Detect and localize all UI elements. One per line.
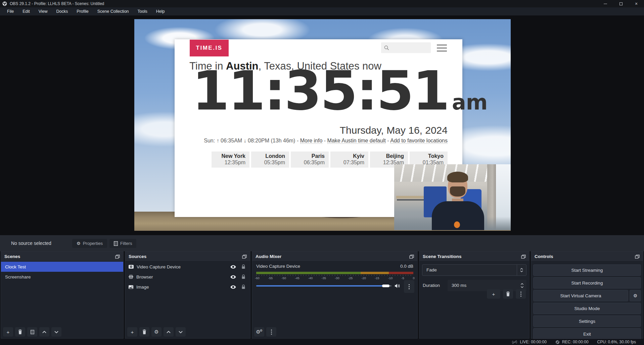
menu-tools[interactable]: Tools	[133, 7, 152, 15]
source-properties-button[interactable]: ⚙	[151, 327, 162, 337]
virtual-camera-settings-button[interactable]: ⚙	[630, 290, 641, 301]
audio-mixer-dock: Audio Mixer Video Capture Device 0.0 dB …	[252, 251, 418, 339]
meter-scale: -60-55-50-45-40-35-30-25-20-15-10-50	[255, 276, 415, 280]
obs-window: OBS 29.1.2 - Profile: LLHLS BETA - Scene…	[0, 0, 644, 345]
spin-up-icon	[520, 283, 524, 285]
preview-canvas[interactable]: TIME.IS Time in Austin, Texas, United St…	[134, 19, 511, 231]
popout-icon[interactable]	[115, 255, 120, 259]
menu-file[interactable]: File	[3, 7, 18, 15]
scenes-header: Scenes	[1, 252, 123, 262]
city-london[interactable]: London05:35pm	[251, 152, 289, 168]
menu-edit[interactable]: Edit	[18, 7, 34, 15]
source-toolbar: No source selected ⚙ Properties Filters	[0, 235, 644, 251]
add-favorite-link[interactable]: Add to favorite locations	[390, 138, 448, 144]
visibility-eye-icon[interactable]	[230, 275, 236, 279]
maximize-button[interactable]	[613, 0, 629, 7]
add-transition-button[interactable]: +	[487, 289, 500, 299]
live-status: LIVE: 00:00:00	[512, 340, 546, 344]
studio-mode-button[interactable]: Studio Mode	[533, 303, 641, 314]
sources-dock: Sources Video Capture Device Browser Ima…	[125, 251, 250, 339]
mixer-options-button[interactable]	[404, 280, 414, 293]
record-off-icon	[555, 340, 560, 344]
move-scene-down-button[interactable]	[51, 327, 61, 337]
volume-slider-handle[interactable]	[382, 285, 389, 287]
timeis-logo: TIME.IS	[190, 40, 229, 56]
popout-icon[interactable]	[409, 255, 414, 259]
lock-icon[interactable]	[241, 285, 245, 289]
source-row-image[interactable]: Image	[125, 282, 250, 292]
source-status-text: No source selected	[11, 235, 51, 251]
clock-time: 11:35:51	[192, 64, 449, 118]
timeis-clock: 11:35:51 am	[192, 64, 488, 118]
title-bar: OBS 29.1.2 - Profile: LLHLS BETA - Scene…	[0, 0, 644, 7]
chevron-updown-icon	[517, 265, 526, 275]
city-paris[interactable]: Paris06:35pm	[291, 152, 329, 168]
mixer-menu-button[interactable]	[266, 327, 276, 337]
more-info-link[interactable]: More info	[300, 138, 323, 144]
menu-view[interactable]: View	[34, 7, 52, 15]
controls-header: Controls	[531, 252, 643, 262]
transition-options-button[interactable]	[516, 289, 526, 299]
move-source-down-button[interactable]	[176, 327, 186, 337]
add-source-button[interactable]: +	[127, 327, 137, 337]
remove-transition-button[interactable]	[503, 289, 513, 299]
preview-area: TIME.IS Time in Austin, Texas, United St…	[0, 15, 644, 235]
scene-item-screenshare[interactable]: Screenshare	[1, 272, 123, 282]
clock-ampm: am	[452, 90, 488, 115]
popout-icon[interactable]	[635, 255, 640, 259]
filters-button[interactable]: Filters	[109, 239, 136, 248]
popout-icon[interactable]	[521, 255, 526, 259]
start-recording-button[interactable]: Start Recording	[533, 277, 641, 289]
advanced-audio-button[interactable]: ⚙⚙	[254, 327, 264, 337]
scene-item-clock-test[interactable]: Clock Test	[1, 262, 123, 272]
search-icon	[384, 45, 389, 51]
popout-icon[interactable]	[242, 255, 247, 259]
lock-icon[interactable]	[241, 264, 245, 269]
timeis-search-input[interactable]	[381, 42, 431, 53]
exit-button[interactable]: Exit	[533, 328, 641, 340]
audio-mixer-header: Audio Mixer	[252, 252, 417, 262]
image-icon	[129, 285, 133, 289]
minimize-icon	[604, 4, 607, 4]
start-virtual-camera-button[interactable]: Start Virtual Camera	[533, 290, 628, 301]
remove-scene-button[interactable]	[15, 327, 25, 337]
volume-meter	[256, 272, 413, 274]
city-kyiv[interactable]: Kyiv07:35pm	[330, 152, 368, 168]
controls-dock: Controls Start Streaming Start Recording…	[531, 251, 643, 339]
volume-slider[interactable]	[256, 285, 392, 287]
properties-button[interactable]: ⚙ Properties	[72, 239, 107, 248]
menu-help[interactable]: Help	[152, 7, 169, 15]
sources-header: Sources	[125, 252, 250, 262]
move-source-up-button[interactable]	[164, 327, 174, 337]
lock-icon[interactable]	[241, 274, 245, 279]
move-scene-up-button[interactable]	[39, 327, 49, 337]
source-row-video-capture[interactable]: Video Capture Device	[125, 262, 250, 272]
menu-docks[interactable]: Docks	[52, 7, 73, 15]
rec-status: REC: 00:00:00	[555, 340, 589, 344]
remove-source-button[interactable]	[139, 327, 149, 337]
webcam-overlay	[394, 164, 511, 230]
visibility-eye-icon[interactable]	[230, 285, 236, 289]
mixer-channel-name: Video Capture Device	[256, 264, 300, 269]
close-icon: ×	[635, 1, 638, 6]
scene-transitions-header: Scene Transitions	[419, 252, 529, 262]
add-scene-button[interactable]: +	[3, 327, 13, 337]
speaker-icon[interactable]	[395, 284, 401, 288]
source-row-browser[interactable]: Browser	[125, 272, 250, 282]
menu-bar: File Edit View Docks Profile Scene Colle…	[0, 7, 644, 15]
transition-select[interactable]: Fade	[422, 264, 526, 276]
status-bar: LIVE: 00:00:00 REC: 00:00:00 CPU: 0.6%, …	[0, 339, 644, 345]
make-default-link[interactable]: Make Austin time default	[327, 138, 386, 144]
visibility-eye-icon[interactable]	[230, 265, 236, 269]
hamburger-menu-icon[interactable]	[437, 44, 447, 52]
menu-profile[interactable]: Profile	[72, 7, 93, 15]
menu-scene-collection[interactable]: Scene Collection	[93, 7, 133, 15]
close-button[interactable]: ×	[629, 0, 644, 7]
minimize-button[interactable]	[598, 0, 613, 7]
scene-filters-button[interactable]	[27, 327, 37, 337]
start-streaming-button[interactable]: Start Streaming	[533, 264, 641, 276]
settings-button[interactable]: Settings	[533, 315, 641, 327]
window-title: OBS 29.1.2 - Profile: LLHLS BETA - Scene…	[10, 1, 104, 6]
city-newyork[interactable]: New York12:35pm	[212, 152, 249, 168]
cpu-status: CPU: 0.6%, 30.00 fps	[597, 340, 636, 344]
